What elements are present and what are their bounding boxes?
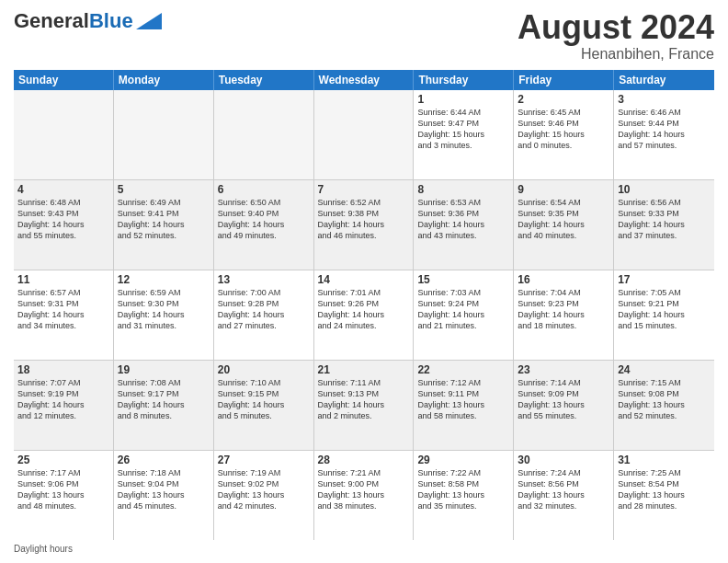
calendar-cell: 20Sunrise: 7:10 AM Sunset: 9:15 PM Dayli…	[214, 361, 314, 450]
day-number: 24	[618, 363, 711, 376]
calendar-cell: 12Sunrise: 6:59 AM Sunset: 9:30 PM Dayli…	[114, 270, 214, 360]
day-number: 20	[218, 363, 310, 376]
cell-info: Sunrise: 7:19 AM Sunset: 9:02 PM Dayligh…	[218, 467, 310, 512]
cell-info: Sunrise: 7:17 AM Sunset: 9:06 PM Dayligh…	[17, 467, 109, 512]
day-number: 1	[417, 93, 509, 106]
day-header-saturday: Saturday	[614, 70, 714, 90]
calendar-cell: 8Sunrise: 6:53 AM Sunset: 9:36 PM Daylig…	[414, 180, 514, 270]
day-number: 25	[17, 454, 109, 466]
calendar-cell: 2Sunrise: 6:45 AM Sunset: 9:46 PM Daylig…	[514, 90, 614, 179]
day-number: 27	[218, 454, 310, 466]
calendar-cell: 6Sunrise: 6:50 AM Sunset: 9:40 PM Daylig…	[214, 180, 314, 270]
calendar-cell: 18Sunrise: 7:07 AM Sunset: 9:19 PM Dayli…	[14, 361, 114, 450]
day-number: 26	[118, 454, 210, 466]
cell-info: Sunrise: 6:54 AM Sunset: 9:35 PM Dayligh…	[518, 197, 609, 242]
day-number: 16	[518, 273, 609, 286]
cell-info: Sunrise: 7:07 AM Sunset: 9:19 PM Dayligh…	[17, 377, 109, 422]
day-number: 18	[17, 363, 109, 376]
calendar-cell: 1Sunrise: 6:44 AM Sunset: 9:47 PM Daylig…	[414, 90, 514, 179]
cell-info: Sunrise: 7:01 AM Sunset: 9:26 PM Dayligh…	[318, 287, 410, 332]
calendar-week-5: 25Sunrise: 7:17 AM Sunset: 9:06 PM Dayli…	[14, 451, 714, 540]
footer-note: Daylight hours	[14, 544, 714, 554]
calendar-cell: 10Sunrise: 6:56 AM Sunset: 9:33 PM Dayli…	[614, 180, 714, 270]
cell-info: Sunrise: 6:59 AM Sunset: 9:30 PM Dayligh…	[118, 287, 210, 332]
cell-info: Sunrise: 7:24 AM Sunset: 8:56 PM Dayligh…	[518, 467, 609, 512]
cell-info: Sunrise: 7:14 AM Sunset: 9:09 PM Dayligh…	[518, 377, 609, 422]
calendar-cell: 3Sunrise: 6:46 AM Sunset: 9:44 PM Daylig…	[614, 90, 714, 179]
day-number: 15	[417, 273, 509, 286]
day-number: 22	[417, 363, 509, 376]
calendar-week-4: 18Sunrise: 7:07 AM Sunset: 9:19 PM Dayli…	[14, 361, 714, 451]
cell-info: Sunrise: 7:18 AM Sunset: 9:04 PM Dayligh…	[118, 467, 210, 512]
calendar-cell: 23Sunrise: 7:14 AM Sunset: 9:09 PM Dayli…	[514, 361, 614, 450]
calendar-cell	[214, 90, 314, 179]
calendar-cell: 21Sunrise: 7:11 AM Sunset: 9:13 PM Dayli…	[314, 361, 415, 450]
calendar-cell: 24Sunrise: 7:15 AM Sunset: 9:08 PM Dayli…	[614, 361, 714, 450]
day-header-sunday: Sunday	[14, 70, 114, 90]
cell-info: Sunrise: 6:57 AM Sunset: 9:31 PM Dayligh…	[17, 287, 109, 332]
day-number: 28	[318, 454, 410, 466]
page: GeneralBlue August 2024 Henanbihen, Fran…	[0, 0, 728, 563]
calendar-week-2: 4Sunrise: 6:48 AM Sunset: 9:43 PM Daylig…	[14, 180, 714, 270]
cell-info: Sunrise: 6:52 AM Sunset: 9:38 PM Dayligh…	[318, 197, 410, 242]
cell-info: Sunrise: 7:08 AM Sunset: 9:17 PM Dayligh…	[118, 377, 210, 422]
header: GeneralBlue August 2024 Henanbihen, Fran…	[14, 9, 714, 63]
location: Henanbihen, France	[518, 46, 714, 63]
calendar-cell: 15Sunrise: 7:03 AM Sunset: 9:24 PM Dayli…	[414, 270, 514, 360]
svg-marker-0	[136, 13, 162, 29]
cell-info: Sunrise: 7:00 AM Sunset: 9:28 PM Dayligh…	[218, 287, 310, 332]
logo-general: General	[14, 9, 89, 33]
logo: GeneralBlue	[14, 9, 162, 33]
calendar-cell: 7Sunrise: 6:52 AM Sunset: 9:38 PM Daylig…	[314, 180, 415, 270]
calendar-cell	[314, 90, 415, 179]
calendar-cell: 16Sunrise: 7:04 AM Sunset: 9:23 PM Dayli…	[514, 270, 614, 360]
day-number: 30	[518, 454, 609, 466]
month-year: August 2024	[518, 9, 714, 46]
cell-info: Sunrise: 7:11 AM Sunset: 9:13 PM Dayligh…	[318, 377, 410, 422]
title-block: August 2024 Henanbihen, France	[518, 9, 714, 63]
day-number: 5	[118, 183, 210, 196]
calendar-cell	[114, 90, 214, 179]
day-number: 23	[518, 363, 609, 376]
day-header-tuesday: Tuesday	[214, 70, 314, 90]
day-number: 10	[618, 183, 711, 196]
cell-info: Sunrise: 6:45 AM Sunset: 9:46 PM Dayligh…	[518, 107, 609, 152]
logo-blue: Blue	[89, 9, 133, 33]
calendar-cell: 26Sunrise: 7:18 AM Sunset: 9:04 PM Dayli…	[114, 451, 214, 540]
day-number: 29	[417, 454, 509, 466]
calendar-cell: 28Sunrise: 7:21 AM Sunset: 9:00 PM Dayli…	[314, 451, 415, 540]
calendar-week-1: 1Sunrise: 6:44 AM Sunset: 9:47 PM Daylig…	[14, 90, 714, 180]
cell-info: Sunrise: 7:12 AM Sunset: 9:11 PM Dayligh…	[417, 377, 509, 422]
day-number: 17	[618, 273, 711, 286]
cell-info: Sunrise: 7:21 AM Sunset: 9:00 PM Dayligh…	[318, 467, 410, 512]
day-number: 2	[518, 93, 609, 106]
calendar-cell: 29Sunrise: 7:22 AM Sunset: 8:58 PM Dayli…	[414, 451, 514, 540]
day-header-monday: Monday	[114, 70, 214, 90]
calendar-cell: 9Sunrise: 6:54 AM Sunset: 9:35 PM Daylig…	[514, 180, 614, 270]
calendar-cell: 19Sunrise: 7:08 AM Sunset: 9:17 PM Dayli…	[114, 361, 214, 450]
calendar-cell: 17Sunrise: 7:05 AM Sunset: 9:21 PM Dayli…	[614, 270, 714, 360]
day-number: 11	[17, 273, 109, 286]
calendar-cell	[14, 90, 114, 179]
calendar-week-3: 11Sunrise: 6:57 AM Sunset: 9:31 PM Dayli…	[14, 270, 714, 361]
calendar-header: SundayMondayTuesdayWednesdayThursdayFrid…	[14, 70, 714, 90]
calendar-cell: 25Sunrise: 7:17 AM Sunset: 9:06 PM Dayli…	[14, 451, 114, 540]
day-number: 19	[118, 363, 210, 376]
day-number: 21	[318, 363, 410, 376]
calendar-cell: 14Sunrise: 7:01 AM Sunset: 9:26 PM Dayli…	[314, 270, 415, 360]
cell-info: Sunrise: 6:50 AM Sunset: 9:40 PM Dayligh…	[218, 197, 310, 242]
cell-info: Sunrise: 6:46 AM Sunset: 9:44 PM Dayligh…	[618, 107, 711, 152]
cell-info: Sunrise: 7:05 AM Sunset: 9:21 PM Dayligh…	[618, 287, 711, 332]
day-number: 7	[318, 183, 410, 196]
calendar-cell: 27Sunrise: 7:19 AM Sunset: 9:02 PM Dayli…	[214, 451, 314, 540]
calendar-cell: 13Sunrise: 7:00 AM Sunset: 9:28 PM Dayli…	[214, 270, 314, 360]
day-number: 14	[318, 273, 410, 286]
day-number: 12	[118, 273, 210, 286]
day-number: 13	[218, 273, 310, 286]
calendar-cell: 5Sunrise: 6:49 AM Sunset: 9:41 PM Daylig…	[114, 180, 214, 270]
calendar-body: 1Sunrise: 6:44 AM Sunset: 9:47 PM Daylig…	[14, 90, 714, 540]
day-number: 6	[218, 183, 310, 196]
calendar-cell: 11Sunrise: 6:57 AM Sunset: 9:31 PM Dayli…	[14, 270, 114, 360]
day-header-wednesday: Wednesday	[314, 70, 415, 90]
day-number: 3	[618, 93, 711, 106]
